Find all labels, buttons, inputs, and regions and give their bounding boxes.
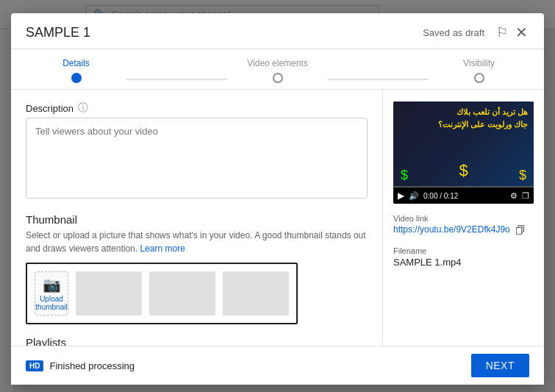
video-time: 0:00 / 0:12 — [423, 192, 506, 200]
dollar-right-icon: $ — [519, 168, 526, 183]
thumbnail-desc: Select or upload a picture that shows wh… — [26, 229, 368, 255]
video-link-section: Video link https://youtu.be/9V2EDfk4J9o … — [393, 214, 534, 236]
step-video-elements-circle — [273, 73, 283, 83]
step-connector-2 — [328, 79, 429, 80]
description-info-icon[interactable]: ⓘ — [78, 101, 88, 115]
saved-as-draft-button[interactable]: Saved as draft — [417, 24, 490, 41]
modal-right-panel: هل تريد أن تلعب بلاكجاك ورلويت على الإنت… — [382, 90, 544, 346]
video-progress-bar[interactable] — [393, 186, 534, 188]
modal-body: Description ⓘ Thumbnail Select or upload… — [11, 90, 544, 346]
play-button[interactable]: ▶ — [398, 190, 404, 201]
video-controls: ▶ 🔊 0:00 / 0:12 ⚙ ❐ — [393, 188, 534, 204]
hd-badge: HD — [26, 360, 43, 371]
thumbnail-title: Thumbnail — [26, 213, 368, 226]
close-button[interactable]: ✕ — [514, 24, 529, 41]
video-thumbnail: هل تريد أن تلعب بلاكجاك ورلويت على الإنت… — [393, 101, 534, 186]
upload-icon: 📷 — [43, 276, 61, 293]
video-overlay-arabic: هل تريد أن تلعب بلاكجاك ورلويت على الإنت… — [438, 106, 528, 130]
modal-left-panel: Description ⓘ Thumbnail Select or upload… — [11, 90, 382, 346]
upload-thumb-label: Upload thumbnail — [35, 295, 68, 311]
playlists-title: Playlists — [26, 336, 368, 346]
modal-dialog: SAMPLE 1 Saved as draft ⚐ ✕ Details Vide… — [11, 13, 544, 385]
dollar-left-icon: $ — [401, 168, 408, 183]
upload-thumbnail-button[interactable]: 📷 Upload thumbnail — [35, 271, 68, 316]
volume-button[interactable]: 🔊 — [409, 191, 419, 201]
playlists-section: Playlists Add your video to one or more … — [26, 336, 368, 346]
processing-status: Finished processing — [49, 360, 135, 371]
step-video-elements-label: Video elements — [247, 58, 308, 68]
next-button[interactable]: NEXT — [471, 354, 529, 377]
step-connector-1 — [126, 79, 227, 80]
fullscreen-icon[interactable]: ❐ — [522, 191, 529, 201]
thumbnail-row: 📷 Upload thumbnail — [26, 263, 298, 324]
thumbnail-option-2[interactable] — [149, 271, 215, 316]
step-details-label: Details — [62, 58, 90, 68]
step-details[interactable]: Details — [26, 58, 126, 83]
settings-icon[interactable]: ⚙ — [510, 191, 518, 201]
steps-bar: Details Video elements Visibility — [11, 49, 544, 90]
dollar-center-icon: $ — [459, 161, 468, 180]
description-label: Description ⓘ — [26, 101, 368, 115]
copy-link-icon[interactable]: 🗍 — [515, 224, 526, 236]
step-details-circle — [71, 73, 82, 83]
video-preview: هل تريد أن تلعب بلاكجاك ورلويت على الإنت… — [393, 101, 534, 204]
modal-header-actions: Saved as draft ⚐ ✕ — [417, 24, 529, 41]
alert-icon[interactable]: ⚐ — [496, 24, 508, 40]
footer-left: HD Finished processing — [26, 360, 135, 371]
step-visibility-label: Visibility — [463, 58, 495, 68]
modal-title: SAMPLE 1 — [26, 25, 90, 40]
filename-label: Filename — [393, 246, 534, 255]
filename-text: SAMPLE 1.mp4 — [393, 257, 462, 268]
step-visibility-circle — [474, 73, 484, 83]
thumbnail-option-3[interactable] — [223, 271, 289, 316]
modal-header: SAMPLE 1 Saved as draft ⚐ ✕ — [11, 13, 544, 49]
thumbnail-learn-more[interactable]: Learn more — [140, 243, 185, 254]
filename-section: Filename SAMPLE 1.mp4 — [393, 246, 534, 268]
video-link[interactable]: https://youtu.be/9V2EDfk4J9o — [393, 224, 510, 235]
thumbnail-option-1[interactable] — [76, 271, 142, 316]
step-visibility[interactable]: Visibility — [429, 58, 529, 83]
step-video-elements[interactable]: Video elements — [227, 58, 328, 83]
description-textarea[interactable] — [26, 118, 368, 199]
video-link-label: Video link — [393, 214, 534, 223]
modal-footer: HD Finished processing NEXT — [11, 346, 544, 385]
